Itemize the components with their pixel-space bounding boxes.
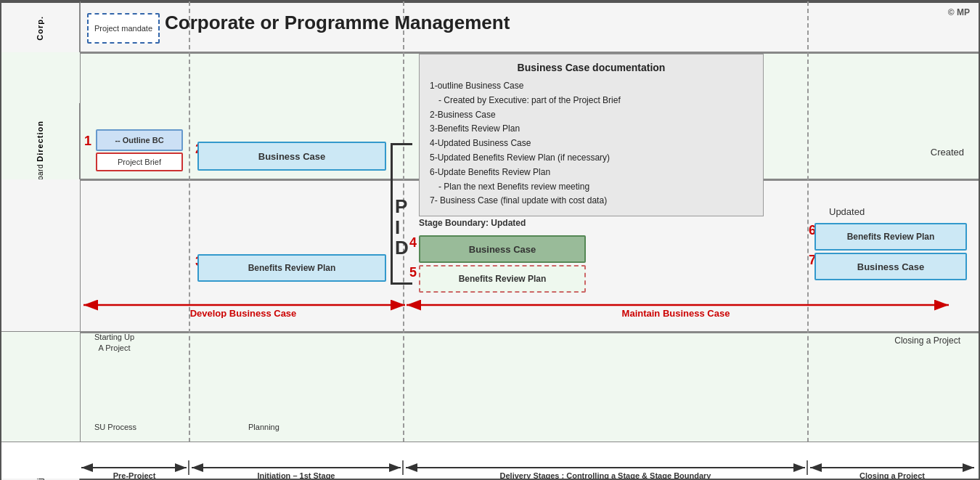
lane-label-corporate: Corp. (1, 3, 80, 54)
border-management-delivery (80, 332, 979, 333)
planning-label: Planning (248, 423, 279, 431)
outline-bc-box: -- Outline BC (96, 129, 183, 151)
svg-text:Maintain Business Case: Maintain Business Case (622, 308, 730, 318)
benefits-review-plan-6-box: Benefits Review Plan (814, 223, 967, 251)
svg-text:Delivery Stages : Controlling : Delivery Stages : Controlling a Stage & … (500, 471, 712, 479)
lane-label-text-direction1: Direction (36, 121, 45, 162)
doc-popup-content: 1-outline Business Case - Created by Exe… (430, 79, 753, 208)
svg-text:Closing a Project: Closing a Project (859, 471, 925, 479)
su-process-label: SU Process (94, 423, 136, 431)
stage-boundary-label: Stage Boundary: Updated (419, 218, 526, 228)
created-label: Created (931, 147, 964, 158)
closing-a-project-label: Closing a Project (894, 335, 960, 346)
vdivider-1 (189, 1, 190, 479)
documentation-popup: Business Case documentation 1-outline Bu… (419, 54, 764, 216)
pid-label: PID (395, 196, 410, 259)
benefits-review-plan-3-box: Benefits Review Plan (197, 254, 386, 282)
starting-up-label: Starting UpA Project (94, 332, 134, 354)
main-title: Corporate or Programme Management (165, 12, 510, 34)
project-brief-box: Project Brief (96, 152, 183, 171)
lane-delivery: Delivery Team Manager (1, 332, 979, 444)
number-label-5: 5 (409, 265, 417, 280)
copyright-label: © MP (948, 7, 970, 17)
svg-text:Pre-Project: Pre-Project (113, 471, 156, 479)
business-case-2-box: Business Case (197, 142, 386, 171)
lane-label-text-corporate: Corp. (36, 16, 45, 41)
bottom-axis: Pre-Project Initiation – 1st Stage Deliv… (1, 442, 979, 479)
lane-border (80, 1, 81, 479)
number-label-1: 1 (84, 134, 91, 149)
develop-arrow-svg: Develop Business Case (80, 298, 410, 318)
updated-label: Updated (829, 206, 865, 217)
maintain-arrow-svg: Maintain Business Case (403, 298, 955, 318)
business-case-7-box: Business Case (814, 253, 967, 280)
svg-text:Initiation – 1st Stage: Initiation – 1st Stage (258, 471, 335, 479)
project-mandate-box: Project mandate (87, 13, 160, 44)
benefits-review-plan-5-box: Benefits Review Plan (419, 265, 586, 293)
vdivider-3 (807, 1, 809, 479)
number-label-4: 4 (409, 235, 417, 251)
business-case-4-box: Business Case (419, 235, 586, 263)
doc-popup-title: Business Case documentation (430, 62, 753, 73)
axis-svg: Pre-Project Initiation – 1st Stage Deliv… (1, 442, 980, 479)
svg-text:Develop Business Case: Develop Business Case (190, 308, 297, 318)
diagram-container: Corp. Direction Project Board Management… (0, 0, 980, 480)
